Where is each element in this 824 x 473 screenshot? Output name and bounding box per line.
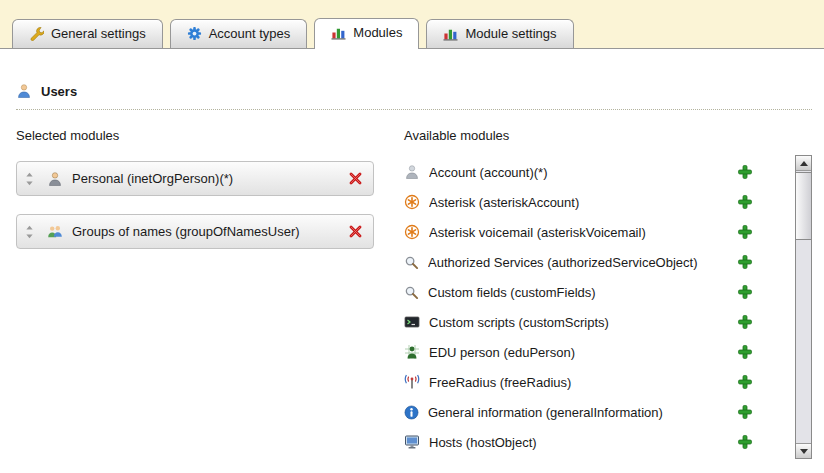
selected-modules-header: Selected modules [16,128,374,143]
section-header: Users [16,83,812,110]
person-icon [47,171,63,187]
available-module-row: Custom fields (customFields) [404,277,795,307]
scroll-up-button[interactable] [796,156,811,171]
add-module-button[interactable] [737,254,753,270]
edu-person-icon [404,344,420,360]
available-module-label: Asterisk voicemail (asteriskVoicemail) [429,225,737,240]
add-icon [737,404,753,420]
add-icon [737,284,753,300]
available-modules-wrap: Account (account)(*)Asterisk (asteriskAc… [404,161,812,459]
magnifier-icon [404,255,419,270]
radius-icon [404,374,420,390]
tab-account-types[interactable]: Account types [170,19,308,48]
add-icon [737,344,753,360]
available-modules-scrollbar[interactable] [795,155,812,459]
tab-modules[interactable]: Modules [314,18,419,49]
remove-module-button[interactable] [348,171,363,186]
add-module-button[interactable] [737,194,753,210]
available-modules-column: Available modules Account (account)(*)As… [404,128,812,459]
add-icon [737,164,753,180]
selected-module-row: Groups of names (groupOfNamesUser) [16,214,374,249]
magnifier-icon [404,285,419,300]
modules-columns: Selected modules Personal (inetOrgPerson… [16,128,812,459]
tab-module-settings[interactable]: Module settings [426,19,573,48]
available-module-label: FreeRadius (freeRadius) [429,375,737,390]
add-icon [737,194,753,210]
updown-arrow-icon[interactable] [25,172,34,186]
available-module-label: Account (account)(*) [429,165,737,180]
available-module-row: Hosts (hostObject) [404,427,795,457]
modules-icon [331,25,346,40]
host-icon [404,434,420,450]
available-modules-list: Account (account)(*)Asterisk (asteriskAc… [404,157,795,457]
wrench-icon [29,26,44,41]
available-module-row: Asterisk (asteriskAccount) [404,187,795,217]
available-module-row: Custom scripts (customScripts) [404,307,795,337]
add-module-button[interactable] [737,164,753,180]
scroll-down-button[interactable] [796,443,811,458]
available-module-row: FreeRadius (freeRadius) [404,367,795,397]
delete-icon [348,224,363,239]
gear-icon [187,26,202,41]
tab-label: Account types [209,26,291,41]
info-icon [404,405,419,420]
add-icon [737,314,753,330]
add-module-button[interactable] [737,284,753,300]
scroll-track[interactable] [796,171,811,443]
available-module-row: Authorized Services (authorizedServiceOb… [404,247,795,277]
add-icon [737,434,753,450]
selected-modules-list: Personal (inetOrgPerson)(*)Groups of nam… [16,161,374,249]
scroll-thumb[interactable] [796,172,811,240]
available-module-label: Authorized Services (authorizedServiceOb… [428,255,737,270]
add-module-button[interactable] [737,434,753,450]
add-icon [737,374,753,390]
available-module-row: Account (account)(*) [404,157,795,187]
selected-modules-column: Selected modules Personal (inetOrgPerson… [16,128,374,459]
available-module-label: EDU person (eduPerson) [429,345,737,360]
available-module-label: General information (generalInformation) [428,405,737,420]
available-module-row: EDU person (eduPerson) [404,337,795,367]
available-module-label: Custom fields (customFields) [428,285,737,300]
add-module-button[interactable] [737,374,753,390]
tab-label: General settings [51,26,146,41]
available-module-label: Custom scripts (customScripts) [429,315,737,330]
add-module-button[interactable] [737,314,753,330]
tab-label: Module settings [465,26,556,41]
add-module-button[interactable] [737,344,753,360]
tab-label: Modules [353,25,402,40]
available-module-label: Hosts (hostObject) [429,435,737,450]
tab-general-settings[interactable]: General settings [12,19,163,48]
add-module-button[interactable] [737,224,753,240]
script-icon [404,314,420,330]
selected-module-label: Personal (inetOrgPerson)(*) [72,171,348,186]
available-module-label: Asterisk (asteriskAccount) [429,195,737,210]
tab-bar: General settingsAccount typesModulesModu… [0,0,824,48]
users-icon [16,83,32,99]
asterisk-icon [404,194,420,210]
add-module-button[interactable] [737,404,753,420]
account-icon [404,164,420,180]
selected-module-row: Personal (inetOrgPerson)(*) [16,161,374,196]
content-panel: Users Selected modules Personal (inetOrg… [0,48,824,473]
lam-configuration-page: General settingsAccount typesModulesModu… [0,0,824,473]
updown-arrow-icon[interactable] [25,225,34,239]
add-icon [737,224,753,240]
selected-module-label: Groups of names (groupOfNamesUser) [72,224,348,239]
scroll-up-icon [800,161,808,166]
group-icon [47,224,63,240]
section-title: Users [41,84,77,99]
scroll-down-icon [800,449,808,454]
available-module-row: Asterisk voicemail (asteriskVoicemail) [404,217,795,247]
remove-module-button[interactable] [348,224,363,239]
asterisk-icon [404,224,420,240]
modules-icon [443,26,458,41]
available-module-row: General information (generalInformation) [404,397,795,427]
delete-icon [348,171,363,186]
available-modules-header: Available modules [404,128,812,143]
add-icon [737,254,753,270]
